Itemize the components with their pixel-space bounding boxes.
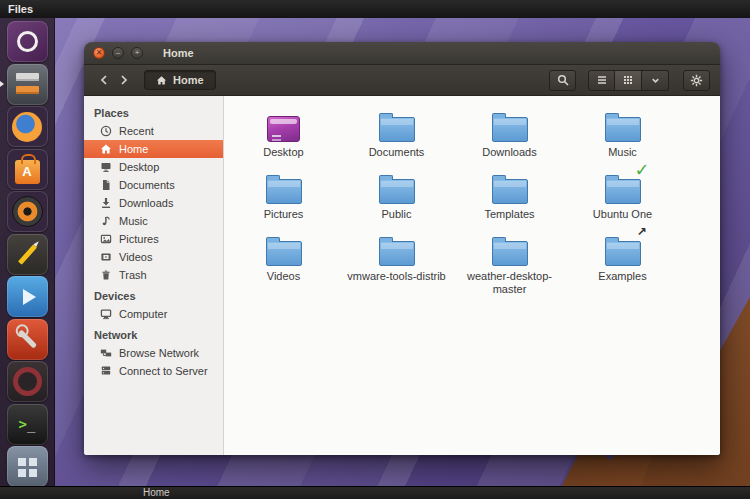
home-icon bbox=[156, 75, 167, 86]
firefox-icon[interactable] bbox=[7, 106, 48, 147]
chevron-down-icon bbox=[650, 75, 661, 86]
sidebar-item-pictures[interactable]: Pictures bbox=[84, 230, 223, 248]
file-tile-examples[interactable]: Examples bbox=[571, 227, 675, 296]
top-menu-bar: Files bbox=[0, 0, 750, 18]
gear-icon bbox=[690, 74, 703, 87]
folder-icon bbox=[377, 233, 417, 266]
window-titlebar[interactable]: Home bbox=[84, 42, 720, 65]
folder-icon bbox=[603, 171, 643, 204]
forward-button[interactable] bbox=[114, 70, 134, 90]
window-body: Places Recent Home Desktop Documents bbox=[84, 96, 720, 455]
document-icon bbox=[99, 179, 112, 192]
desktop: Files A >_ Home bbox=[0, 0, 750, 499]
ubuntu-logo-ring bbox=[17, 31, 38, 52]
network-icon bbox=[99, 347, 112, 360]
sidebar-item-documents[interactable]: Documents bbox=[84, 176, 223, 194]
folder-icon bbox=[490, 233, 530, 266]
files-app-icon[interactable] bbox=[7, 64, 48, 105]
trash-icon bbox=[99, 269, 112, 282]
list-view-icon bbox=[596, 74, 608, 86]
view-options-dropdown[interactable] bbox=[642, 70, 669, 91]
folder-icon bbox=[603, 233, 643, 266]
desktop-folder-icon bbox=[264, 109, 304, 142]
active-app-name[interactable]: Files bbox=[0, 3, 33, 15]
pencil-app-icon[interactable] bbox=[7, 234, 48, 275]
ubuntu-dash-icon[interactable] bbox=[7, 21, 48, 62]
cursor-glyph: _ bbox=[27, 416, 35, 432]
folder-icon bbox=[377, 171, 417, 204]
terminal-icon[interactable]: >_ bbox=[7, 404, 48, 445]
grid-view-icon bbox=[622, 74, 634, 86]
ring-glyph bbox=[13, 367, 42, 396]
sidebar-item-music[interactable]: Music bbox=[84, 212, 223, 230]
file-tile-public[interactable]: Public bbox=[345, 165, 449, 227]
chevron-left-icon bbox=[98, 74, 110, 86]
file-tile-music[interactable]: Music bbox=[571, 103, 675, 165]
sidebar-item-videos[interactable]: Videos bbox=[84, 248, 223, 266]
workspace-grid-glyph bbox=[18, 458, 26, 466]
video-player-icon[interactable] bbox=[7, 276, 48, 317]
file-tile-desktop[interactable]: Desktop bbox=[232, 103, 336, 165]
location-home-button[interactable]: Home bbox=[144, 70, 216, 90]
software-center-icon[interactable]: A bbox=[7, 149, 48, 190]
photo-icon bbox=[99, 233, 112, 246]
file-tile-templates[interactable]: Templates bbox=[458, 165, 562, 227]
play-triangle-icon bbox=[23, 289, 36, 305]
sidebar-item-desktop[interactable]: Desktop bbox=[84, 158, 223, 176]
places-sidebar: Places Recent Home Desktop Documents bbox=[84, 96, 224, 455]
file-tile-weather-desktop-master[interactable]: weather-desktop-master bbox=[458, 227, 562, 296]
bottom-panel-label[interactable]: Home bbox=[143, 487, 170, 499]
wrench-icon bbox=[17, 329, 36, 348]
sidebar-item-computer[interactable]: Computer bbox=[84, 305, 223, 323]
settings-menu-button[interactable] bbox=[683, 70, 710, 91]
chevron-right-icon bbox=[118, 74, 130, 86]
sidebar-item-connect-to-server[interactable]: Connect to Server bbox=[84, 362, 223, 380]
folder-icon bbox=[490, 171, 530, 204]
workspace-switcher-icon[interactable] bbox=[7, 446, 48, 487]
sidebar-item-trash[interactable]: Trash bbox=[84, 266, 223, 284]
sidebar-heading-places: Places bbox=[84, 101, 223, 122]
window-title: Home bbox=[163, 47, 194, 59]
desktop-icon bbox=[99, 161, 112, 174]
file-tile-downloads[interactable]: Downloads bbox=[458, 103, 562, 165]
file-tile-vmware-tools-distrib[interactable]: vmware-tools-distrib bbox=[345, 227, 449, 296]
grid-view-button[interactable] bbox=[615, 70, 642, 91]
check-emblem-icon bbox=[634, 161, 649, 179]
shortcut-arrow-emblem-icon bbox=[636, 226, 646, 238]
sidebar-heading-devices: Devices bbox=[84, 284, 223, 305]
file-grid-area[interactable]: Desktop Documents Downloads Music bbox=[224, 96, 720, 455]
ubuntu-one-icon[interactable] bbox=[7, 361, 48, 402]
file-tile-videos[interactable]: Videos bbox=[232, 227, 336, 296]
unity-launcher: A >_ bbox=[0, 18, 55, 486]
bottom-panel[interactable]: Home bbox=[0, 486, 750, 499]
file-cabinet-drawer bbox=[16, 73, 39, 81]
minimize-button[interactable] bbox=[112, 47, 124, 59]
search-button[interactable] bbox=[549, 70, 576, 91]
sidebar-item-recent[interactable]: Recent bbox=[84, 122, 223, 140]
file-tile-pictures[interactable]: Pictures bbox=[232, 165, 336, 227]
speaker-disc-icon bbox=[12, 196, 43, 227]
files-window: Home Home bbox=[84, 42, 720, 455]
rhythmbox-icon[interactable] bbox=[7, 191, 48, 232]
list-view-button[interactable] bbox=[588, 70, 615, 91]
system-settings-icon[interactable] bbox=[7, 319, 48, 360]
sidebar-item-browse-network[interactable]: Browse Network bbox=[84, 344, 223, 362]
folder-icon bbox=[603, 109, 643, 142]
maximize-button[interactable] bbox=[131, 47, 143, 59]
pencil-glyph bbox=[17, 244, 36, 264]
file-cabinet-drawer bbox=[16, 86, 39, 94]
sidebar-item-home[interactable]: Home bbox=[84, 140, 223, 158]
folder-icon bbox=[377, 109, 417, 142]
file-tile-documents[interactable]: Documents bbox=[345, 103, 449, 165]
shopping-bag-icon: A bbox=[15, 160, 40, 184]
file-tile-ubuntu-one[interactable]: Ubuntu One bbox=[571, 165, 675, 227]
prompt-glyph: > bbox=[19, 416, 27, 432]
download-icon bbox=[99, 197, 112, 210]
server-icon bbox=[99, 365, 112, 378]
folder-icon bbox=[264, 171, 304, 204]
back-button[interactable] bbox=[94, 70, 114, 90]
view-toggle-group bbox=[588, 70, 669, 91]
sidebar-item-downloads[interactable]: Downloads bbox=[84, 194, 223, 212]
file-grid: Desktop Documents Downloads Music bbox=[224, 96, 720, 296]
close-button[interactable] bbox=[93, 47, 105, 59]
